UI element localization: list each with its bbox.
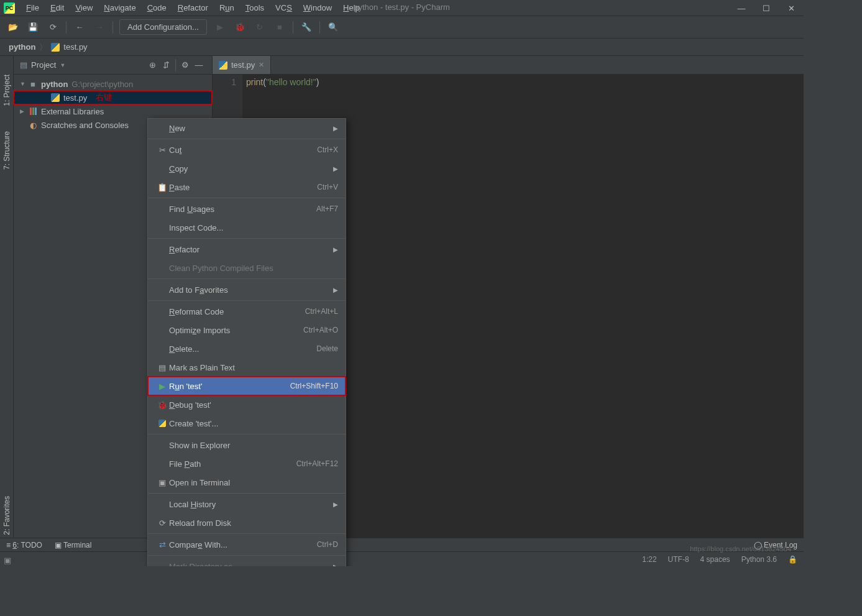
menu-run[interactable]: Run: [214, 2, 239, 14]
chevron-right-icon: ▶: [20, 108, 27, 114]
cm-paste[interactable]: 📋PasteCtrl+V: [148, 178, 346, 196]
forward-icon[interactable]: →: [93, 21, 106, 34]
favorites-tab[interactable]: 2: Favorites: [2, 496, 11, 535]
menu-tools[interactable]: Tools: [241, 2, 269, 14]
cm-create-test[interactable]: Create 'test'...: [148, 414, 346, 433]
watermark: https://blog.csdn.net/u013824504: [690, 545, 791, 553]
close-icon[interactable]: ✕: [259, 61, 264, 69]
chevron-down-icon: ▼: [60, 62, 65, 68]
cm-cut[interactable]: ✂CutCtrl+X: [148, 140, 346, 159]
indent[interactable]: 4 spaces: [700, 555, 730, 564]
back-icon[interactable]: ←: [73, 21, 86, 34]
cm-new[interactable]: New▶: [148, 119, 346, 137]
tree-root-path: G:\project\python: [71, 80, 133, 89]
terminal-tab[interactable]: ▣ Terminal: [55, 541, 91, 549]
show-panels-icon[interactable]: ▣: [4, 556, 11, 565]
status-bar: 1:22 UTF-8 4 spaces Python 3.6 🔒: [0, 551, 804, 566]
separator: [148, 555, 346, 556]
maximize-button[interactable]: ☐: [754, 0, 779, 16]
cm-delete[interactable]: Delete...Delete: [148, 339, 346, 358]
structure-tab[interactable]: 7: Structure: [2, 131, 11, 170]
breadcrumb-bar: python 〉 test.py: [0, 39, 804, 56]
cm-optimize[interactable]: Optimize ImportsCtrl+Alt+O: [148, 321, 346, 339]
separator: [148, 493, 346, 494]
cm-open-terminal[interactable]: ▣Open in Terminal: [148, 473, 346, 492]
cm-copy[interactable]: Copy▶: [148, 159, 346, 178]
menu-file[interactable]: File: [21, 2, 44, 14]
lock-icon[interactable]: 🔒: [788, 555, 797, 564]
target-icon[interactable]: ⊕: [145, 58, 159, 72]
editor-tab-label: test.py: [231, 60, 255, 70]
cm-reload[interactable]: ⟳Reload from Disk: [148, 513, 346, 532]
menu-view[interactable]: View: [70, 2, 98, 14]
tree-file-testpy[interactable]: test.py 右键: [14, 91, 212, 104]
menu-navigate[interactable]: Navigate: [99, 2, 140, 14]
tree-root[interactable]: ▼ ■ python G:\project\python: [14, 77, 212, 91]
breadcrumb-sep: 〉: [39, 42, 47, 53]
menu-vcs[interactable]: VCS: [270, 2, 297, 14]
menu-refactor[interactable]: Refactor: [173, 2, 213, 14]
caret-position[interactable]: 1:22: [642, 555, 656, 564]
tree-external-libraries[interactable]: ▶ External Libraries: [14, 104, 212, 118]
cm-show-explorer[interactable]: Show in Explorer: [148, 436, 346, 454]
separator: [148, 434, 346, 434]
menu-window[interactable]: Window: [298, 2, 337, 14]
cm-debug-test[interactable]: 🐞Debug 'test': [148, 395, 346, 414]
cm-reformat[interactable]: Reformat CodeCtrl+Alt+L: [148, 302, 346, 321]
separator: [148, 238, 346, 239]
minimize-button[interactable]: —: [729, 0, 754, 16]
separator: [148, 278, 346, 279]
window-controls: — ☐ ✕: [729, 0, 804, 16]
open-icon[interactable]: 📂: [6, 21, 20, 34]
scratch-icon: ◐: [27, 120, 39, 130]
panel-header: ▤ Project ▼ ⊕ ⇵ ⚙ —: [14, 56, 212, 75]
plaintext-icon: ▤: [155, 363, 169, 372]
coverage-icon[interactable]: ↻: [253, 21, 267, 34]
project-tab[interactable]: 1: Project: [2, 75, 11, 106]
cm-find-usages[interactable]: Find UsagesAlt+F7: [148, 200, 346, 218]
breadcrumb-root[interactable]: python: [9, 42, 35, 52]
reload-icon: ⟳: [155, 518, 169, 528]
cm-inspect[interactable]: Inspect Code...: [148, 218, 346, 237]
separator: [175, 59, 176, 71]
run-icon: ▶: [155, 382, 169, 391]
wrench-icon[interactable]: 🔧: [300, 21, 313, 34]
app-icon: PC: [4, 2, 15, 14]
run-config-selector[interactable]: Add Configuration...: [119, 19, 207, 35]
cm-refactor[interactable]: Refactor▶: [148, 240, 346, 259]
debug-icon[interactable]: 🐞: [233, 21, 247, 34]
gear-icon[interactable]: ⚙: [178, 58, 192, 72]
save-icon[interactable]: 💾: [26, 21, 40, 34]
cm-file-path[interactable]: File PathCtrl+Alt+F12: [148, 454, 346, 473]
python-icon: [155, 420, 169, 427]
stop-icon[interactable]: ■: [273, 21, 287, 34]
hide-icon[interactable]: —: [192, 58, 206, 72]
code-str: "hello world!": [266, 77, 316, 87]
cm-local-history[interactable]: Local History▶: [148, 495, 346, 513]
panel-title[interactable]: ▤ Project ▼: [20, 60, 145, 70]
run-icon[interactable]: ▶: [213, 21, 227, 34]
sync-icon[interactable]: ⟳: [46, 21, 60, 34]
todo-tab[interactable]: ≡ 6: TODO: [6, 541, 42, 549]
encoding[interactable]: UTF-8: [668, 555, 689, 564]
close-button[interactable]: ✕: [779, 0, 804, 16]
folder-icon: ▤: [20, 60, 27, 70]
cm-mark-plain[interactable]: ▤Mark as Plain Text: [148, 358, 346, 377]
terminal-icon: ▣: [155, 478, 169, 487]
tree-root-label: python: [41, 80, 68, 89]
editor-tab-testpy[interactable]: test.py ✕: [213, 56, 271, 74]
debug-icon: 🐞: [155, 400, 169, 410]
cm-run-test[interactable]: ▶Run 'test'Ctrl+Shift+F10: [148, 377, 346, 395]
interpreter[interactable]: Python 3.6: [741, 555, 777, 564]
breadcrumb-file[interactable]: test.py: [63, 42, 87, 52]
cm-add-favorites[interactable]: Add to Favorites▶: [148, 280, 346, 299]
search-icon[interactable]: 🔍: [326, 21, 340, 34]
menu-edit[interactable]: Edit: [45, 2, 69, 14]
cm-compare[interactable]: ⇄Compare With...Ctrl+D: [148, 535, 346, 554]
tree-scratch-label: Scratches and Consoles: [41, 121, 129, 130]
collapse-icon[interactable]: ⇵: [159, 58, 173, 72]
main-area: 1: Project 7: Structure 2: Favorites ▤ P…: [0, 56, 804, 548]
menu-code[interactable]: Code: [142, 2, 172, 14]
python-icon: [50, 93, 61, 103]
code-fn: print: [246, 77, 263, 87]
